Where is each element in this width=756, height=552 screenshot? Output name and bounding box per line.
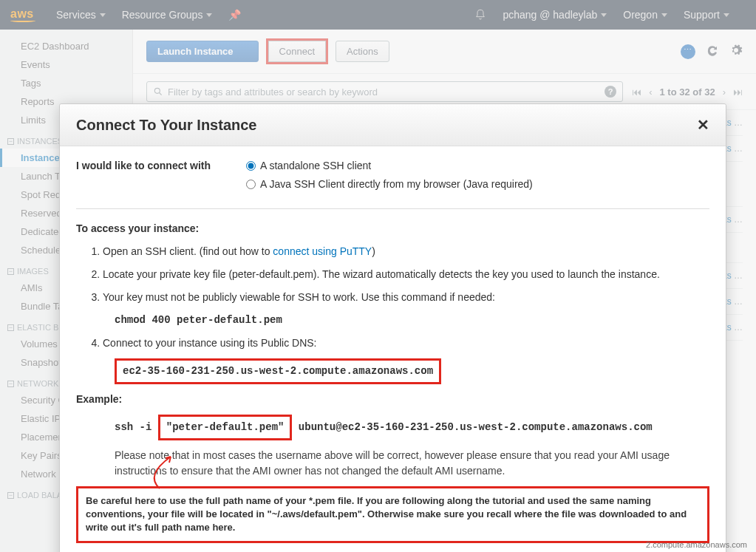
separator (76, 208, 709, 209)
modal-body: I would like to connect with A standalon… (60, 146, 726, 552)
access-heading: To access your instance: (76, 221, 709, 236)
arrow-annotation-icon (137, 453, 182, 490)
ssh-pre: ssh -i (115, 421, 158, 433)
modal-title: Connect To Your Instance (76, 117, 697, 134)
step1-text-a: Open an SSH client. (find out how to (103, 245, 273, 257)
example-heading: Example: (76, 392, 709, 407)
close-icon[interactable]: ✕ (697, 116, 709, 134)
warning-box: Be careful here to use the full path nam… (76, 486, 709, 543)
connect-modal: Connect To Your Instance ✕ I would like … (59, 103, 726, 552)
radio2-label: A Java SSH Client directly from my brows… (260, 177, 533, 192)
public-dns-box: ec2-35-160-231-250.us-west-2.compute.ama… (115, 358, 441, 384)
step-3: Your key must not be publicly viewable f… (103, 290, 709, 305)
step-4: Connect to your instance using its Publi… (103, 335, 709, 351)
radio-ssh-client[interactable]: A standalone SSH client (246, 158, 533, 174)
ssh-example: ssh -i "peter-default.pem" ubuntu@ec2-35… (115, 415, 709, 440)
footer-url: 2.compute.amazonaws.com (646, 540, 747, 549)
radio1-label: A standalone SSH client (260, 158, 371, 174)
ssh-pem-box: "peter-default.pem" (158, 415, 293, 440)
radio-java-client[interactable]: A Java SSH Client directly from my brows… (246, 177, 533, 192)
modal-header: Connect To Your Instance ✕ (60, 104, 726, 146)
connect-with-label: I would like to connect with (76, 158, 224, 195)
step1-text-b: ) (372, 245, 375, 257)
chmod-command: chmod 400 peter-default.pem (115, 313, 709, 328)
putty-link[interactable]: connect using PuTTY (273, 245, 372, 257)
username-note: Please note that in most cases the usern… (115, 448, 709, 479)
radio-ssh-input[interactable] (246, 161, 256, 171)
step-2: Locate your private key file (peter-defa… (103, 267, 709, 282)
radio-java-input[interactable] (246, 180, 256, 189)
step-1: Open an SSH client. (find out how to con… (103, 244, 709, 259)
ssh-post: ubuntu@ec2-35-160-231-250.us-west-2.comp… (292, 421, 652, 433)
warning-text: Be careful here to use the full path nam… (86, 495, 687, 533)
